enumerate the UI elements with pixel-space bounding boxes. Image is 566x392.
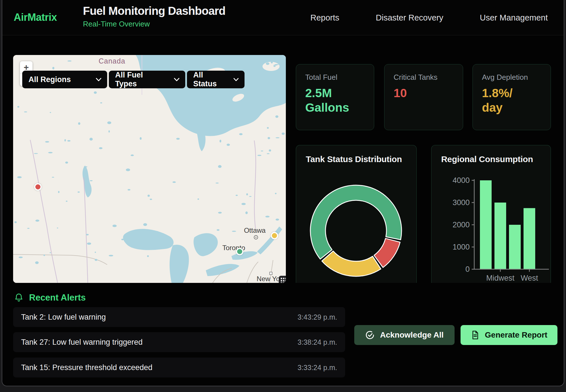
stat-label: Critical Tanks [394,73,454,82]
page-title: Fuel Monitoring Dashboard [83,5,225,17]
stat-card-total-fuel: Total Fuel 2.5M Gallons [296,64,374,130]
alert-time: 3:33:24 p.m. [298,364,337,372]
stat-label: Avg Depletion [482,73,541,82]
y-tick-label: 1000 [453,243,470,251]
chevron-down-icon [174,78,180,81]
bar-midwest[interactable] [494,203,506,269]
chart-title: Tank Status Distribution [306,154,402,164]
brand-logo: AirMatrix [14,11,57,23]
fuel-type-filter-select[interactable]: All Fuel Types [109,71,185,88]
nav-item-user-management[interactable]: User Management [480,13,548,23]
alert-time: 3:38:24 p.m. [298,338,337,346]
acknowledge-all-button[interactable]: Acknowledge All [354,325,455,345]
map-country-label: Canada [99,57,125,65]
stat-card-avg-depletion: Avg Depletion 1.8%/ day [473,64,551,130]
chevron-down-icon [233,78,239,81]
chart-title: Regional Consumption [441,154,533,164]
bar-south[interactable] [509,225,521,269]
tank-marker-critical[interactable] [34,183,42,191]
stat-value: 10 [394,86,454,100]
alert-message: Tank 2: Low fuel warning [21,313,106,322]
x-tick-label: Midwest [486,274,515,282]
tank-status-donut-chart[interactable] [296,145,417,283]
chevron-down-icon [96,78,101,81]
donut-segment-warning[interactable] [322,251,381,276]
newyork-town-icon [270,272,272,275]
y-tick-label: 2000 [453,220,470,229]
tank-map[interactable]: Canada + − All Regions All Fuel Types [13,55,286,283]
status-filter-select[interactable]: All Status [187,71,245,88]
alerts-section-title: Recent Alerts [29,293,86,303]
stat-label: Total Fuel [305,73,365,82]
y-tick-label: 0 [465,265,470,273]
bar-west[interactable] [524,208,535,270]
generate-report-label: Generate Report [485,330,547,340]
alert-time: 3:43:29 p.m. [298,313,337,321]
nav-item-reports[interactable]: Reports [310,13,339,23]
bell-icon [14,293,23,303]
document-icon [471,330,480,340]
y-tick-label: 3000 [453,198,470,207]
status-filter-value: All Status [193,71,226,88]
stat-value: 2.5M Gallons [305,86,365,115]
nav-item-disaster-recovery[interactable]: Disaster Recovery [376,13,443,23]
alert-message: Tank 27: Low fuel warning triggered [21,338,142,347]
page-subtitle: Real-Time Overview [83,20,225,28]
alert-row[interactable]: Tank 2: Low fuel warning 3:43:29 p.m. [13,307,345,327]
dashboard-window: AirMatrix Fuel Monitoring Dashboard Real… [2,0,564,386]
alert-message: Tank 15: Pressure threshold exceeded [21,363,152,372]
header: AirMatrix Fuel Monitoring Dashboard Real… [2,0,564,35]
regional-consumption-card: Regional Consumption 01000200030004000Mi… [431,145,551,283]
alert-row[interactable]: Tank 27: Low fuel warning triggered 3:38… [13,332,345,352]
donut-segment-critical[interactable] [374,238,400,268]
city-label-ottawa: Ottawa [244,226,266,234]
alerts-header: Recent Alerts [14,293,86,303]
tank-status-card: Tank Status Distribution [296,145,417,283]
y-tick-label: 4000 [453,176,470,185]
fuel-type-filter-value: All Fuel Types [115,71,166,88]
tank-marker-warning[interactable] [271,232,278,239]
bar-northeast[interactable] [480,180,492,269]
check-circle-icon [365,330,375,340]
x-tick-label: West [521,274,538,282]
map-resize-handle[interactable] [279,276,286,283]
regional-consumption-bar-chart[interactable]: 01000200030004000MidwestWest [431,145,551,283]
alert-row[interactable]: Tank 15: Pressure threshold exceeded 3:3… [13,358,345,377]
stat-card-critical-tanks: Critical Tanks 10 [384,64,463,130]
title-block: Fuel Monitoring Dashboard Real-Time Over… [83,5,225,28]
acknowledge-all-label: Acknowledge All [380,330,443,340]
main-nav: Reports Disaster Recovery User Managemen… [310,0,548,35]
region-filter-select[interactable]: All Regions [22,71,107,88]
stat-value: 1.8%/ day [482,86,541,115]
tank-marker-normal[interactable] [236,248,243,255]
generate-report-button[interactable]: Generate Report [461,325,557,345]
region-filter-value: All Regions [28,75,71,84]
map-filters: All Regions All Fuel Types All Status [22,71,245,88]
